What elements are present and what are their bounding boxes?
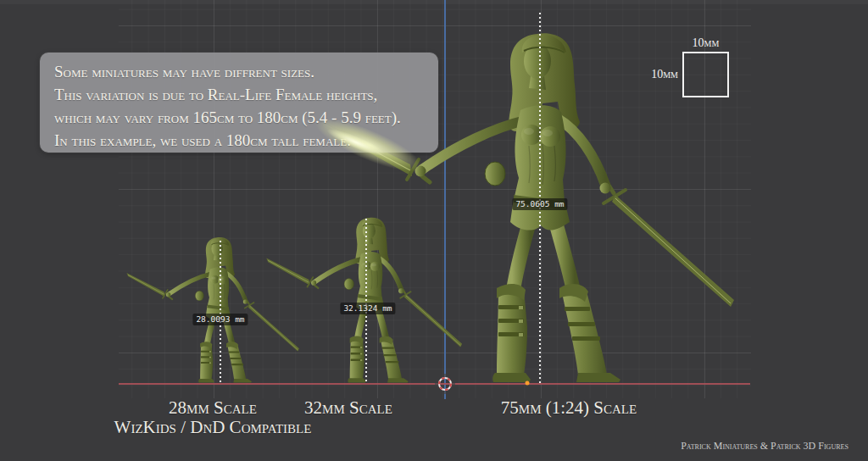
watermark-text: Patrick Miniatures & Patrick 3D Figures — [681, 440, 849, 453]
measurement-label-75mm: 75.0605 mm — [512, 198, 567, 210]
reference-square-top-label: 10mm — [682, 36, 729, 50]
miniature-75mm-figure[interactable] — [549, 383, 551, 385]
measurement-label-28mm: 28.0093 mm — [192, 314, 248, 325]
info-line-1: Some miniatures may have diffrent sizes. — [54, 60, 438, 83]
info-line-3: which may vary from 165cm to 180cm (5.4 … — [54, 106, 438, 129]
blender-viewport: 28.0093 mm 32.1324 mm 75.0605 mm Some mi… — [0, 0, 868, 461]
measurement-label-32mm: 32.1324 mm — [340, 303, 395, 314]
object-origin-dot — [526, 381, 530, 386]
scale-label-75mm: 75mm (1:24) Scale — [501, 397, 637, 419]
miniature-32mm-figure[interactable] — [375, 383, 376, 385]
scale-sublabel-28mm: WizKids / DnD Compatible — [114, 417, 312, 438]
info-line-2: This variation is due to Real-Life Femal… — [54, 83, 438, 106]
scale-label-32mm: 32mm Scale — [304, 397, 392, 419]
reference-square-10mm — [682, 52, 729, 97]
scale-label-28mm: 28mm Scale — [169, 397, 257, 419]
viewport-3d-cursor — [434, 373, 456, 395]
miniature-28mm-figure[interactable] — [222, 383, 224, 385]
z-axis-line — [444, 0, 446, 399]
measure-line-32mm — [365, 219, 367, 383]
reference-square-side-label: 10mm — [637, 68, 678, 81]
measure-line-28mm — [220, 241, 221, 383]
